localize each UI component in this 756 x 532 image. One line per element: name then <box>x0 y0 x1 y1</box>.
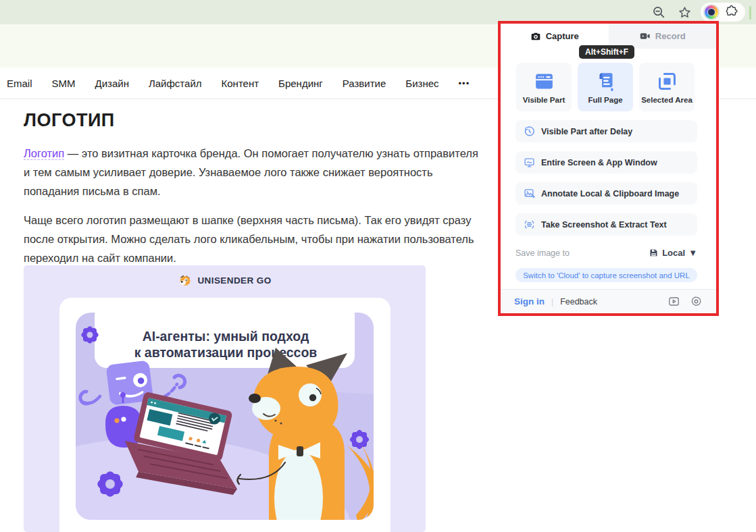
nav-item-business[interactable]: Бизнес <box>405 78 438 89</box>
banner-headline-line1: AI-агенты: умный подход <box>143 329 309 344</box>
monitor-icon <box>524 157 535 168</box>
zoom-out-icon[interactable] <box>649 3 668 22</box>
paragraph-2: Чаще всего логотип размещают в шапке (ве… <box>24 211 480 267</box>
floppy-save-icon <box>649 248 659 258</box>
popup-footer: Sign in | Feedback <box>501 289 716 313</box>
option-visible-part-after-delay[interactable]: Visible Part after Delay <box>515 120 697 142</box>
full-page-scroll-icon <box>595 70 617 92</box>
article: ЛОГОТИП Логотип — это визитная карточка … <box>24 110 480 277</box>
capture-mode-label: Selected Area <box>641 96 692 104</box>
option-label: Visible Part after Delay <box>541 127 632 136</box>
extension-pill <box>701 3 745 22</box>
capture-mode-selected-area[interactable]: Selected Area <box>639 63 695 111</box>
save-image-row: Save image to Local ▼ <box>515 248 697 258</box>
bookmark-star-icon[interactable] <box>675 3 694 22</box>
banner-card: AI-агенты: умный подход к автоматизации … <box>59 298 390 532</box>
screenshot-extension-icon[interactable] <box>703 4 720 20</box>
feedback-link[interactable]: Feedback <box>560 297 597 307</box>
brand-name: UNISENDER GO <box>197 275 271 286</box>
capture-mode-label: Full Page <box>588 96 622 104</box>
option-annotate-image[interactable]: Annotate Local & Clipboard Image <box>515 182 697 205</box>
option-label: Annotate Local & Clipboard Image <box>541 189 679 198</box>
email-banner: UNISENDER GO AI-агенты: умный подход к а… <box>24 265 426 532</box>
tab-capture-label: Capture <box>546 31 579 41</box>
camera-icon <box>530 31 541 42</box>
nav-item-email[interactable]: Email <box>7 78 32 89</box>
crop-area-icon <box>656 70 678 92</box>
option-extract-text[interactable]: Take Screenshot & Extract Text <box>515 213 697 236</box>
capture-mode-full-page[interactable]: Full Page <box>578 63 633 111</box>
logo-term-link[interactable]: Логотип <box>24 147 64 160</box>
nav-item-lifestyle[interactable]: Лайфстайл <box>149 78 202 89</box>
settings-gear-icon[interactable] <box>690 295 703 308</box>
option-entire-screen[interactable]: Entire Screen & App Window <box>515 151 697 174</box>
nav-more-button[interactable]: ••• <box>459 78 470 88</box>
capture-mode-visible-part[interactable]: Visible Part <box>516 63 572 111</box>
save-target-value: Local <box>662 248 685 258</box>
page-title: ЛОГОТИП <box>24 110 480 131</box>
banner-illustration: AI-агенты: умный подход к автоматизации … <box>76 313 374 520</box>
sign-in-link[interactable]: Sign in <box>514 296 545 307</box>
banner-headline-line2: к автоматизации процессов <box>134 345 318 360</box>
footer-divider: | <box>551 297 553 307</box>
nav-item-development[interactable]: Развитие <box>343 78 386 89</box>
capture-mode-cards: Visible Part Full Page Selected Area <box>516 63 695 111</box>
toolbar-caret-mark <box>749 6 751 20</box>
option-label: Take Screenshot & Extract Text <box>541 220 667 230</box>
nav-item-content[interactable]: Контент <box>222 78 259 89</box>
save-image-label: Save image to <box>515 248 570 258</box>
nav-item-design[interactable]: Дизайн <box>95 78 129 89</box>
scan-text-icon <box>524 219 535 230</box>
chevron-down-icon: ▼ <box>688 248 697 258</box>
brand-logo-row: UNISENDER GO <box>24 273 426 288</box>
browser-window-icon <box>533 70 555 92</box>
option-label: Entire Screen & App Window <box>541 158 657 167</box>
shortcut-tooltip: Alt+Shift+F <box>579 45 634 59</box>
media-library-icon[interactable] <box>667 295 680 308</box>
annotate-image-icon <box>524 188 535 199</box>
unisender-dog-icon <box>178 273 193 288</box>
capture-mode-label: Visible Part <box>523 96 565 104</box>
extensions-puzzle-icon[interactable] <box>725 4 738 20</box>
paragraph-1-text: — это визитная карточка бренда. Он помог… <box>24 147 478 197</box>
nav-item-smm[interactable]: SMM <box>52 78 76 89</box>
nav-item-branding[interactable]: Брендинг <box>278 78 323 89</box>
paragraph-1: Логотип — это визитная карточка бренда. … <box>24 144 480 201</box>
cloud-switch-notice[interactable]: Switch to 'Cloud' to capture screenshot … <box>515 268 697 282</box>
capture-options-list: Visible Part after Delay Entire Screen &… <box>515 120 697 236</box>
video-icon <box>639 30 651 42</box>
delay-clock-icon <box>524 126 535 137</box>
tab-record-label: Record <box>655 31 686 41</box>
save-target-dropdown[interactable]: Local ▼ <box>649 248 697 258</box>
extension-popup: Capture Record Alt+Shift+F Visible Part <box>498 21 719 316</box>
